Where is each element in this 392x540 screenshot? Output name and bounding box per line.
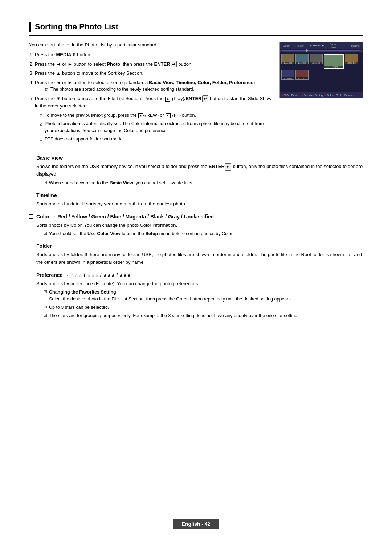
subsection-timeline: Timeline Sorts photos by date. It sorts … [29, 192, 363, 208]
step-1: Press the MEDIA.P button. [35, 51, 272, 58]
note-sym-pref3: ☑ [44, 312, 47, 319]
scr-photo-6: 1036.jpg [281, 70, 294, 80]
note-sym-color: ☑ [44, 230, 47, 237]
scr-photo-5: 1035.jpg [345, 54, 358, 64]
note-icon-rew: ☑ [39, 113, 43, 119]
note-sym-basic: ☑ [44, 180, 47, 187]
preference-title: Preference → ☆☆☆ / ☆☆☆ / ★★★ / ★★★ [36, 272, 131, 278]
basic-view-body: Shows the folders on the USB memory devi… [36, 163, 363, 178]
color-heading: Color → Red / Yellow / Green / Blue / Ma… [29, 214, 363, 220]
preference-heading: Preference → ☆☆☆ / ☆☆☆ / ★★★ / ★★★ [29, 272, 363, 278]
scr-favorites: ■Favorites Setting [301, 94, 323, 97]
footer-badge: English - 42 [173, 519, 219, 529]
note-rew-ff: ☑ To move to the previous/next group, pr… [39, 112, 272, 119]
enter-button-icon-2: ↵ [202, 95, 208, 102]
screenshot: Color Folder Preference Basic View Timel… [279, 42, 363, 98]
scr-tab-timeline: Timeline [347, 44, 361, 48]
main-content: You can sort photos in the Photo List by… [29, 42, 363, 144]
pref-note-changing-heading: Changing the Favorites Setting [49, 289, 292, 296]
note-icon-color: ☑ [39, 121, 43, 127]
pref-note-changing: ☑ Changing the Favorites Setting Select … [44, 289, 363, 303]
ff-icon: ►► [166, 113, 171, 118]
pref-note-changing-content: Changing the Favorites Setting Select th… [49, 289, 292, 303]
pref-note-changing-text: Select the desired photo in the File Lis… [49, 296, 292, 303]
note-ptp: ☑ PTP does not support folder sort mode. [39, 136, 272, 143]
scr-tab-folder: Folder [294, 44, 305, 48]
scr-slider-thumb [306, 49, 308, 52]
step-4: Press the ◄ or ► button to select a sort… [35, 79, 272, 93]
scr-photo-2: 1032.jpg [295, 54, 309, 64]
text-column: You can sort photos in the Photo List by… [29, 42, 272, 144]
note-sym-pref2: ☑ [44, 304, 47, 311]
color-note: ☑ You should set the Use Color View to o… [44, 230, 363, 237]
subsection-color: Color → Red / Yellow / Green / Blue / Ma… [29, 214, 363, 238]
enter-repr-basic: ↵ [225, 163, 231, 171]
checkbox-color [29, 214, 33, 219]
scr-tab-color: Color [281, 44, 291, 48]
checkbox-folder [29, 244, 33, 248]
scr-photos: 1031.jpg 1032.jpg 1033.jpg 1,234.jpg 103… [280, 53, 363, 81]
step-4-note: ☑ The photos are sorted according to the… [45, 86, 272, 93]
section-header-bar [29, 22, 31, 32]
scr-sum: ■SUM [281, 94, 289, 97]
scr-photo-1: 1031.jpg [281, 54, 294, 64]
basic-view-note: ☑ When sorted according to the Basic Vie… [44, 180, 363, 187]
scr-slider-bar [280, 50, 363, 52]
preference-body: Sorts photos by preference (Favorite). Y… [36, 280, 363, 288]
steps-list: Press the MEDIA.P button. Press the ◄ or… [35, 51, 272, 109]
checkbox-timeline [29, 193, 33, 197]
step-3: Press the ▲ button to move to the Sort k… [35, 70, 272, 77]
basic-view-title: Basic View [36, 155, 63, 161]
note-icon-ptp: ☑ [39, 136, 43, 143]
note-color-text: Photo information is automatically set. … [45, 120, 272, 134]
subsection-folder: Folder Sorts photos by folder. If there … [29, 243, 363, 266]
subsection-preference: Preference → ☆☆☆ / ☆☆☆ / ★★★ / ★★★ Sorts… [29, 272, 363, 319]
step-2: Press the ◄ or ► button to select Photo,… [35, 61, 272, 68]
intro-text: You can sort photos in the Photo List by… [29, 42, 272, 48]
checkbox-basic-view [29, 156, 33, 160]
section-header: Sorting the Photo List [29, 22, 363, 36]
subsection-basic-view: Basic View Shows the folders on the USB … [29, 155, 363, 186]
scr-select: ■Select [325, 94, 334, 97]
page-title: Sorting the Photo List [35, 22, 118, 32]
enter-button-icon: ↵ [171, 61, 177, 68]
pref-note-grouping: ☑ The stars are for grouping purposes on… [44, 312, 363, 319]
scr-bottom-bar: ■SUM Device ■Favorites Setting ■Select T… [280, 92, 363, 98]
scr-photo-4: 1,234.jpg [324, 54, 344, 69]
note-ptp-text: PTP does not support folder sort mode. [45, 136, 124, 143]
scr-tab-preference: Preference [308, 44, 325, 48]
note-sym-pref1: ☑ [44, 289, 47, 303]
color-body: Sorts photos by Color. You can change th… [36, 222, 363, 229]
pref-note-3stars-text: Up to 3 stars can be selected. [49, 304, 109, 311]
color-note-text: You should set the Use Color View to on … [49, 230, 234, 237]
scr-photo-7: 1037.jpg [295, 70, 309, 80]
rew-icon: ◄◄ [138, 113, 143, 118]
folder-title: Folder [36, 243, 52, 249]
color-title: Color → Red / Yellow / Green / Blue / Ma… [36, 214, 214, 220]
pref-note-grouping-text: The stars are for grouping purposes only… [49, 312, 299, 319]
divider-1 [29, 150, 363, 150]
basic-view-heading: Basic View [29, 155, 363, 161]
scr-tab-basic: Basic View [328, 42, 344, 49]
footer: English - 42 [0, 519, 392, 529]
note-rew-ff-text: To move to the previous/next group, pres… [45, 112, 196, 119]
scr-topbar: Color Folder Preference Basic View Timel… [280, 42, 363, 49]
page: Sorting the Photo List You can sort phot… [0, 0, 392, 540]
note-icon-4: ☑ [45, 87, 49, 93]
scr-photo-3: 1033.jpg [310, 54, 323, 64]
folder-body: Sorts photos by folder. If there are man… [36, 251, 363, 266]
play-icon: ▶ [165, 97, 170, 102]
basic-view-note-text: When sorted according to the Basic View,… [49, 180, 193, 187]
screenshot-inner: Color Folder Preference Basic View Timel… [280, 42, 363, 98]
checkbox-preference [29, 273, 33, 277]
timeline-title: Timeline [36, 192, 57, 198]
scr-device: Device [291, 94, 299, 97]
step-4-note-text: The photos are sorted according to the n… [50, 86, 195, 93]
timeline-heading: Timeline [29, 192, 363, 198]
timeline-body: Sorts photos by date. It sorts by year a… [36, 200, 363, 208]
folder-heading: Folder [29, 243, 363, 249]
pref-note-3stars: ☑ Up to 3 stars can be selected. [44, 304, 363, 311]
scr-slider-track [282, 50, 360, 51]
scr-refresh: Refresh [344, 94, 354, 97]
note-color-info: ☑ Photo information is automatically set… [39, 120, 272, 134]
